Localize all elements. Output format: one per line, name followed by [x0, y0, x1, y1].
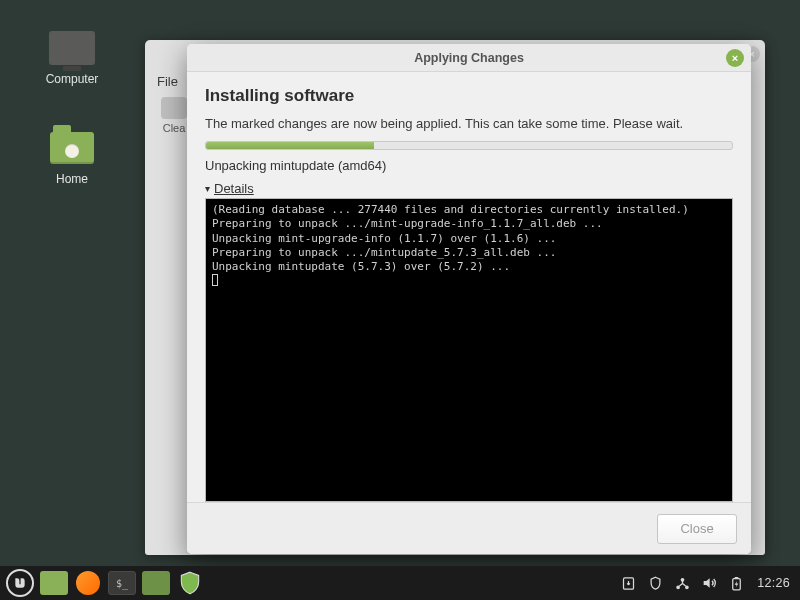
taskbar-firefox-button[interactable] [74, 571, 102, 595]
progress-bar [205, 141, 733, 150]
firefox-icon [76, 571, 100, 595]
dialog-heading: Installing software [205, 86, 733, 106]
details-label: Details [214, 181, 254, 196]
taskbar: $_ 12:26 [0, 566, 800, 600]
tray-security-icon[interactable] [647, 575, 663, 591]
dialog-subtext: The marked changes are now being applied… [205, 116, 733, 131]
applying-changes-dialog: Applying Changes × Installing software T… [187, 44, 751, 554]
taskbar-terminal-button[interactable]: $_ [108, 571, 136, 595]
taskbar-files-button[interactable] [40, 571, 68, 595]
desktop-icon-label: Home [56, 172, 88, 186]
terminal-cursor [212, 274, 218, 286]
taskbar-clock[interactable]: 12:26 [755, 576, 790, 590]
tray-volume-icon[interactable] [701, 575, 717, 591]
progress-bar-fill [206, 142, 374, 149]
taskbar-update-manager[interactable] [176, 571, 204, 595]
dialog-title: Applying Changes [414, 51, 524, 65]
tray-updates-icon[interactable] [620, 575, 636, 591]
system-tray: 12:26 [620, 575, 794, 591]
progress-status: Unpacking mintupdate (amd64) [205, 158, 733, 173]
close-icon[interactable]: × [726, 49, 744, 67]
monitor-icon [49, 31, 95, 65]
mint-menu-button[interactable] [6, 569, 34, 597]
tray-battery-icon[interactable] [728, 575, 744, 591]
terminal-output[interactable]: (Reading database ... 277440 files and d… [205, 198, 733, 502]
menu-file[interactable]: File [157, 74, 178, 89]
triangle-down-icon: ▾ [205, 183, 210, 194]
taskbar-open-window-files[interactable] [142, 571, 170, 595]
details-toggle[interactable]: ▾ Details [205, 181, 733, 196]
dialog-titlebar[interactable]: Applying Changes × [187, 44, 751, 72]
desktop-icon-computer[interactable]: Computer [32, 28, 112, 86]
tray-network-icon[interactable] [674, 575, 690, 591]
desktop-icon-home[interactable]: Home [32, 128, 112, 186]
home-folder-icon [50, 132, 94, 164]
clear-icon [161, 97, 187, 119]
close-button[interactable]: Close [657, 514, 737, 544]
svg-rect-2 [734, 576, 738, 578]
mint-logo-icon [13, 576, 27, 590]
desktop-icon-label: Computer [46, 72, 99, 86]
shield-icon [177, 570, 203, 596]
